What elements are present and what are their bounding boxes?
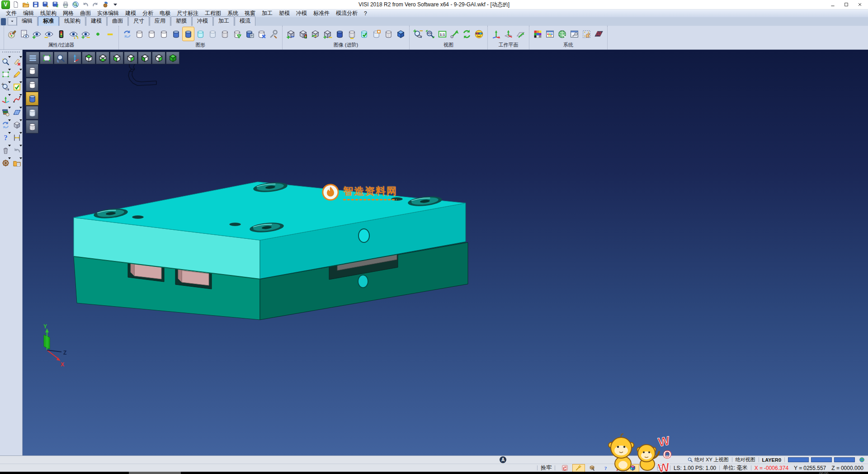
grid-settings-icon[interactable] (593, 27, 605, 41)
show-add-icon[interactable] (31, 27, 43, 41)
display-wireframe-icon[interactable] (26, 64, 38, 77)
tab-2[interactable]: 标准 (38, 16, 59, 26)
view-iso-icon[interactable] (166, 52, 179, 64)
redo-icon[interactable] (91, 0, 100, 9)
regenerate-icon[interactable] (0, 119, 11, 130)
status-cube-arrow-icon[interactable] (613, 464, 626, 472)
display-ghost-icon[interactable] (26, 120, 38, 133)
adv-show-icon[interactable] (285, 27, 297, 41)
print-icon[interactable] (61, 0, 70, 9)
filter-add-icon[interactable] (92, 27, 104, 41)
adv-traffic-icon[interactable] (297, 27, 309, 41)
solid-hatch-icon[interactable] (346, 27, 358, 41)
adv-toggle-icon[interactable] (321, 27, 334, 41)
delete-icon[interactable] (0, 145, 11, 156)
save-icon[interactable] (31, 0, 40, 9)
print-preview-icon[interactable] (71, 0, 80, 9)
status-circle-icon[interactable] (640, 464, 653, 472)
tab-11[interactable]: 模流 (235, 16, 255, 26)
new-file-icon[interactable] (11, 0, 20, 9)
tab-5[interactable]: 曲面 (107, 16, 128, 26)
show-remove-icon[interactable] (43, 27, 55, 41)
attribute-report-icon[interactable] (19, 27, 31, 41)
close-button[interactable] (853, 0, 867, 9)
absolute-view-label[interactable]: 绝对视图 (736, 456, 755, 463)
dashed-hidden-view-icon[interactable] (158, 27, 170, 41)
color-table-icon[interactable] (532, 27, 544, 41)
selection-filter-icon[interactable] (580, 27, 593, 41)
mold-plate-model[interactable] (74, 181, 468, 320)
view-back-icon[interactable] (124, 52, 137, 64)
redraw-icon[interactable] (121, 27, 133, 41)
menu-item-14[interactable]: 加工 (259, 9, 275, 17)
machining-wheel-icon[interactable] (0, 157, 11, 168)
transparent-view-icon[interactable] (194, 27, 207, 41)
attribute-paint-icon[interactable] (6, 27, 19, 41)
status-recycle-icon[interactable] (559, 464, 571, 472)
view-left-icon[interactable] (138, 52, 151, 64)
undo-icon[interactable] (81, 0, 90, 9)
menu-item-15[interactable]: 塑模 (277, 9, 292, 17)
shaded-view-icon[interactable] (170, 27, 182, 41)
edit-curve-icon[interactable] (12, 94, 22, 105)
tab-8[interactable]: 塑膜 (171, 16, 192, 26)
globe-icon[interactable] (858, 457, 865, 463)
filter-remove-icon[interactable] (104, 27, 116, 41)
quick-access-dropdown-icon[interactable] (111, 0, 120, 9)
workplane-entity-icon[interactable] (514, 27, 527, 41)
ghost-view-icon[interactable] (219, 27, 231, 41)
solid-corner-icon[interactable] (370, 27, 382, 41)
validate-icon[interactable] (12, 81, 22, 92)
open-file-icon[interactable] (21, 0, 30, 9)
tab-10[interactable]: 加工 (213, 16, 234, 26)
zoom-dynamic-icon[interactable] (448, 27, 461, 41)
view-top-icon[interactable] (82, 52, 95, 64)
tab-3[interactable]: 线架构 (59, 16, 85, 26)
options-dialog-icon[interactable] (568, 27, 580, 41)
save-as-icon[interactable] (41, 0, 50, 9)
solid-ghost-icon[interactable] (382, 27, 395, 41)
zoom-solid-icon[interactable] (0, 81, 11, 92)
menu-item-18[interactable]: 模流分析 (334, 9, 360, 17)
workplane-world-icon[interactable] (490, 27, 502, 41)
viewbar-zoom-icon[interactable] (54, 52, 67, 64)
drag-handle[interactable] (2, 52, 20, 54)
status-wand-icon[interactable] (572, 464, 585, 472)
maximize-button[interactable] (840, 0, 853, 9)
grid-plane-icon[interactable] (12, 107, 22, 118)
display-flat-icon[interactable] (26, 106, 38, 119)
dynamic-rotate-icon[interactable] (0, 94, 11, 105)
tab-9[interactable]: 冲模 (192, 16, 213, 26)
view-bottom-icon[interactable] (96, 52, 109, 64)
attributes-palette-icon[interactable] (0, 107, 11, 118)
solid-export-icon[interactable] (255, 27, 268, 41)
zoom-all-icon[interactable] (412, 27, 424, 41)
view-front-icon[interactable] (110, 52, 123, 64)
view-perspective-icon[interactable] (473, 27, 485, 41)
zoom-window-icon[interactable] (0, 69, 11, 80)
solid-preview-icon[interactable] (12, 119, 22, 130)
tab-list-dropdown[interactable] (8, 17, 17, 25)
display-shaded-icon[interactable] (26, 92, 38, 105)
save-all-icon[interactable] (51, 0, 60, 9)
open-part-icon[interactable] (12, 157, 22, 168)
solid-box-icon[interactable] (243, 27, 255, 41)
delete-entity-icon[interactable] (12, 56, 22, 67)
snap-lock-label[interactable]: 拴牢 (541, 464, 552, 472)
style-dialog-icon[interactable] (544, 27, 556, 41)
workplane-set-icon[interactable] (502, 27, 514, 41)
wireframe-view-icon[interactable] (133, 27, 146, 41)
show-toggle-icon[interactable] (80, 27, 92, 41)
menu-item-17[interactable]: 标准件 (311, 9, 332, 17)
tab-7[interactable]: 应用 (150, 16, 170, 26)
view-mode-label[interactable]: 绝对 XY 上视图 (694, 456, 729, 463)
filter-traffic-icon[interactable] (55, 27, 67, 41)
tab-4[interactable]: 建模 (86, 16, 107, 26)
adv-refresh-icon[interactable] (309, 27, 321, 41)
help-icon[interactable]: ? (0, 132, 11, 143)
render-cube-icon[interactable] (395, 27, 407, 41)
hidden-line-view-icon[interactable] (146, 27, 158, 41)
undo-icon[interactable] (12, 145, 22, 156)
flat-view-icon[interactable] (207, 27, 219, 41)
graphic-tools-icon[interactable] (268, 27, 280, 41)
